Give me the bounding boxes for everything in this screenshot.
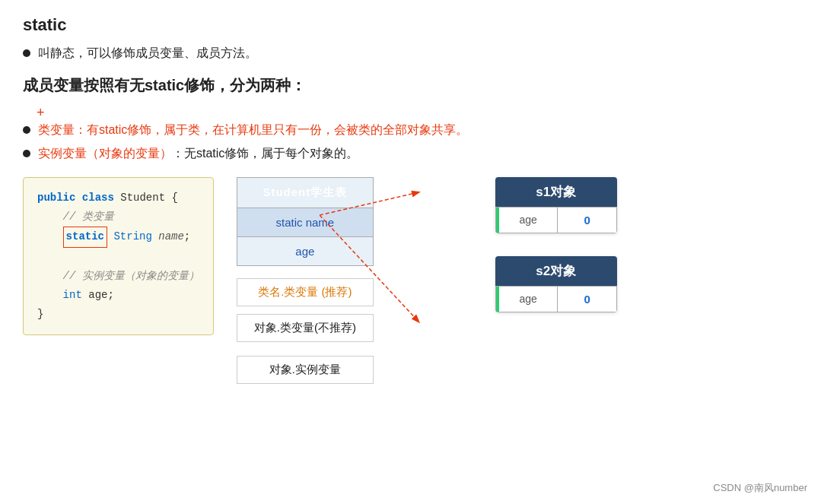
code-kw-class: class Student { bbox=[82, 192, 178, 204]
s1-age-value: 0 bbox=[558, 208, 616, 233]
student-table-wrapper: Student学生表 static name age bbox=[237, 177, 374, 266]
info-box-object-class-var: 对象.类变量(不推荐) bbox=[237, 314, 374, 342]
code-box: public class Student { // 类变量 static Str… bbox=[23, 177, 214, 335]
s1-age-label: age bbox=[499, 208, 558, 233]
bullet-dot-3 bbox=[23, 150, 30, 157]
student-table-header: Student学生表 bbox=[237, 178, 373, 208]
code-int-type: int bbox=[63, 289, 82, 301]
objects-col: s1对象 age 0 s2对象 age 0 bbox=[495, 177, 617, 312]
s2-object-row: age 0 bbox=[495, 286, 617, 312]
bullet-text-1: 叫静态，可以修饰成员变量、成员方法。 bbox=[38, 46, 257, 62]
s2-object-box: s2对象 age 0 bbox=[495, 256, 617, 312]
code-comment-2: // 实例变量（对象的变量） bbox=[63, 270, 199, 282]
student-table: Student学生表 static name age bbox=[237, 177, 374, 266]
class-var-rest: ：有static修饰，属于类，在计算机里只有一份，会被类的全部对象共享。 bbox=[75, 123, 468, 136]
student-table-row-static: static name bbox=[237, 208, 373, 237]
info-box-class-var: 类名.类变量 (推荐) bbox=[237, 278, 374, 306]
s1-object-header: s1对象 bbox=[495, 177, 617, 207]
code-comment-1: // 类变量 bbox=[63, 211, 114, 223]
s2-object-header: s2对象 bbox=[495, 256, 617, 286]
bullet-dot-2 bbox=[23, 126, 30, 134]
code-var-name: name bbox=[158, 230, 184, 242]
bullet-text-3: 实例变量（对象的变量）：无static修饰，属于每个对象的。 bbox=[38, 146, 358, 162]
code-kw-public: public bbox=[37, 192, 75, 204]
diagram-container: public class Student { // 类变量 static Str… bbox=[23, 170, 798, 384]
s1-object-box: s1对象 age 0 bbox=[495, 177, 617, 233]
instance-var-rest: ：无static修饰，属于每个对象的。 bbox=[172, 147, 358, 160]
bullet-item-2: 类变量：有static修饰，属于类，在计算机里只有一份，会被类的全部对象共享。 bbox=[23, 122, 798, 138]
bullet-item-3: 实例变量（对象的变量）：无static修饰，属于每个对象的。 bbox=[23, 146, 798, 162]
s2-age-label: age bbox=[499, 287, 558, 312]
section-title-1: 成员变量按照有无static修饰，分为两种： bbox=[23, 75, 798, 96]
code-string-type: String bbox=[113, 230, 158, 242]
bullet-dot-1 bbox=[23, 49, 30, 57]
bullet-item-1: 叫静态，可以修饰成员变量、成员方法。 bbox=[23, 46, 798, 62]
code-var-age: age bbox=[88, 289, 107, 301]
s1-object-row: age 0 bbox=[495, 207, 617, 233]
student-table-row-age: age bbox=[237, 237, 373, 266]
info-boxes: 类名.类变量 (推荐) 对象.类变量(不推荐) 对象.实例变量 bbox=[237, 278, 374, 384]
plus-marker: + bbox=[37, 105, 798, 121]
code-static-kw: static bbox=[63, 227, 107, 247]
instance-var-label: 实例变量（对象的变量） bbox=[38, 147, 172, 160]
page-title: static bbox=[23, 15, 798, 35]
bullet-text-2: 类变量：有static修饰，属于类，在计算机里只有一份，会被类的全部对象共享。 bbox=[38, 122, 468, 138]
class-var-label: 类变量 bbox=[38, 123, 75, 136]
info-box-object-instance-var: 对象.实例变量 bbox=[237, 356, 374, 384]
s2-age-value: 0 bbox=[558, 287, 616, 312]
